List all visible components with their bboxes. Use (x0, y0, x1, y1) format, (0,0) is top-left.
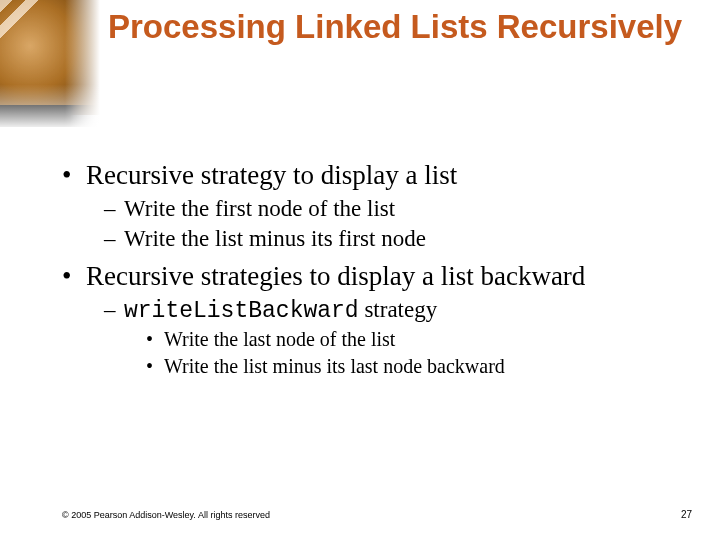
bullet-text: Recursive strategies to display a list b… (86, 261, 585, 291)
bullet-level2: writeListBackward strategy (104, 296, 682, 325)
code-text: writeListBackward (124, 298, 359, 324)
bullet-level1: Recursive strategy to display a list (62, 160, 682, 191)
header-fade (0, 0, 100, 130)
bullet-text: strategy (359, 297, 438, 322)
slide-body: Recursive strategy to display a list Wri… (62, 160, 682, 381)
slide-title: Processing Linked Lists Recursively (108, 8, 698, 46)
bullet-level2: Write the list minus its first node (104, 225, 682, 253)
bullet-text: Write the first node of the list (124, 196, 395, 221)
bullet-text: Write the list minus its last node backw… (164, 355, 505, 377)
bullet-text: Write the list minus its first node (124, 226, 426, 251)
page-number: 27 (681, 509, 692, 520)
bullet-text: Write the last node of the list (164, 328, 395, 350)
bullet-level3: Write the last node of the list (146, 327, 682, 352)
slide: Processing Linked Lists Recursively Recu… (0, 0, 720, 540)
bullet-level3: Write the list minus its last node backw… (146, 354, 682, 379)
bullet-text: Recursive strategy to display a list (86, 160, 457, 190)
header-decoration (0, 0, 100, 130)
bullet-level1: Recursive strategies to display a list b… (62, 261, 682, 292)
bullet-level2: Write the first node of the list (104, 195, 682, 223)
copyright-footer: © 2005 Pearson Addison-Wesley. All right… (62, 510, 270, 520)
